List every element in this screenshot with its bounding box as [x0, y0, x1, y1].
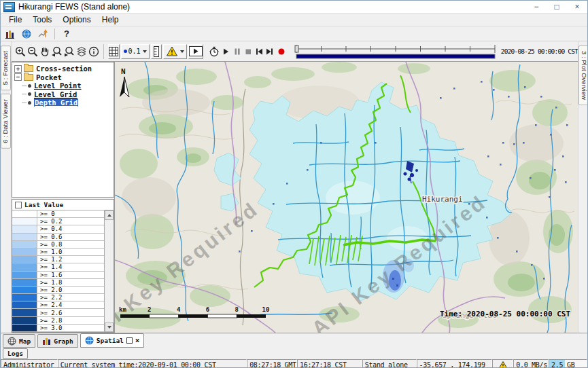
- north-label: N: [121, 67, 126, 76]
- tree-item-label: Level Point: [34, 81, 82, 90]
- zoom-in-icon[interactable]: [14, 43, 27, 60]
- legend-ruler-button[interactable]: [151, 44, 162, 59]
- tab-restore-icon[interactable]: [126, 337, 133, 344]
- menu-bar: File Tools Options Help: [1, 14, 587, 26]
- scale-tick: 8: [235, 306, 238, 313]
- tab-map[interactable]: Map: [3, 334, 35, 348]
- zoom-previous-icon[interactable]: [51, 43, 63, 60]
- menu-tools[interactable]: Tools: [27, 15, 57, 24]
- chart-export-icon[interactable]: [35, 27, 51, 41]
- scale-tick: 4: [177, 306, 181, 313]
- legend-swatch: [12, 279, 37, 286]
- legend-row: >= 2.2: [12, 294, 105, 301]
- legend-swatch: [12, 317, 37, 324]
- town-label: Hikurangi: [422, 195, 463, 204]
- time-slider[interactable]: [294, 43, 498, 60]
- logs-row: Logs: [1, 348, 587, 359]
- skip-to-end-icon[interactable]: [264, 43, 275, 60]
- stop-icon[interactable]: [243, 43, 254, 60]
- tab-graph[interactable]: Graph: [37, 334, 78, 348]
- legend-row-label: >= 0.6: [37, 234, 63, 240]
- bullet-icon: [28, 101, 31, 105]
- collapse-icon[interactable]: [14, 73, 22, 81]
- tab-forecast[interactable]: 5 : Forecast: [1, 45, 11, 90]
- legend-header: Last Value: [12, 200, 114, 210]
- legend-row: >= 1.6: [12, 272, 105, 279]
- legend-swatch: [12, 249, 37, 255]
- menu-help[interactable]: Help: [97, 15, 124, 24]
- map-viewport[interactable]: API Key Required API Key Required Hikura…: [115, 62, 578, 333]
- tree-item-cross-section[interactable]: Cross-section: [12, 65, 114, 73]
- legend-row: >= 2.0: [12, 287, 105, 294]
- tree-item-depth-grid[interactable]: Depth Grid: [12, 98, 114, 107]
- main-toolbar: ?: [1, 26, 587, 41]
- legend-row: >= 1.2: [12, 256, 105, 263]
- expand-icon[interactable]: [14, 65, 22, 73]
- chevron-down-icon: [180, 50, 184, 53]
- last-value-checkbox[interactable]: [15, 202, 22, 208]
- menu-file[interactable]: File: [3, 15, 27, 24]
- tab-plot-overview[interactable]: 3 : Plot Overview: [578, 45, 588, 105]
- zoom-next-icon[interactable]: [63, 43, 75, 60]
- info-icon[interactable]: [88, 43, 100, 60]
- globe-icon[interactable]: [18, 27, 35, 41]
- scroll-down-icon[interactable]: [105, 323, 114, 332]
- folder-icon: [24, 74, 33, 81]
- pause-icon[interactable]: [232, 43, 243, 60]
- contour-interval-dropdown[interactable]: 0.1: [121, 44, 150, 59]
- grid-display-button[interactable]: [108, 44, 120, 59]
- status-system-time: Current system time:2020-09-01 00:00 CST: [58, 359, 247, 368]
- tree-connector: [22, 103, 27, 103]
- legend-swatch: [12, 272, 37, 278]
- status-warning-cell[interactable]: [492, 359, 513, 368]
- status-memory: 2.5 GB: [549, 359, 587, 368]
- animation-button[interactable]: [188, 44, 203, 59]
- legend-row: >= 0: [12, 210, 105, 218]
- logs-button[interactable]: Logs: [3, 348, 28, 359]
- window-controls: − □ ×: [526, 1, 587, 13]
- map-globe-icon: [7, 337, 16, 346]
- skip-to-start-icon[interactable]: [254, 43, 264, 60]
- tree-connector: [22, 94, 27, 94]
- tree-item-level-grid[interactable]: Level Grid: [12, 90, 114, 99]
- legend-row-label: >= 1.0: [37, 249, 63, 255]
- legend-swatch: [12, 256, 37, 263]
- tree-item-level-point[interactable]: Level Point: [12, 81, 114, 90]
- center-column: 0.1: [12, 41, 578, 333]
- play-icon[interactable]: [220, 43, 231, 60]
- legend-row-label: >= 3.0: [37, 325, 63, 331]
- menu-options[interactable]: Options: [57, 15, 96, 24]
- scale-tick: 2: [148, 306, 151, 313]
- minimize-button[interactable]: −: [526, 1, 547, 13]
- maximize-button[interactable]: □: [547, 1, 567, 13]
- warning-dropdown[interactable]: [163, 44, 187, 59]
- tree-item-pocket[interactable]: Pocket: [12, 73, 114, 82]
- dot-icon: [124, 50, 127, 53]
- scroll-up-icon[interactable]: [105, 210, 114, 220]
- status-user: Administrator: [1, 359, 58, 368]
- timer-icon[interactable]: [208, 43, 220, 60]
- legend-swatch: [12, 234, 37, 240]
- tree-item-label: Level Grid: [34, 90, 77, 98]
- legend-row-label: >= 2.0: [37, 287, 63, 293]
- zoom-out-icon[interactable]: [27, 43, 39, 60]
- legend-row: >= 0.4: [12, 225, 105, 233]
- tab-spatial[interactable]: Spatial: [80, 333, 145, 348]
- tab-close-icon[interactable]: [135, 337, 140, 344]
- legend-row: >= 2.6: [12, 309, 105, 316]
- help-icon[interactable]: ?: [58, 27, 75, 41]
- legend-row-label: >= 0.2: [37, 218, 63, 225]
- database-icon[interactable]: [2, 27, 18, 41]
- close-button[interactable]: ×: [567, 1, 587, 13]
- record-icon[interactable]: [276, 43, 287, 60]
- mid-region: 5 : Forecast 6 : Data Viewer: [1, 41, 587, 333]
- tab-data-viewer[interactable]: 6 : Data Viewer: [1, 94, 11, 149]
- left-panel: Cross-section Pocket Level Point: [12, 62, 115, 333]
- status-coordinates: -35.657 , 174.199: [417, 359, 493, 368]
- pan-hand-icon[interactable]: [39, 43, 51, 60]
- layers-icon[interactable]: [75, 43, 88, 60]
- title-bar: Hikurangi FEWS (Stand alone) − □ ×: [1, 1, 587, 14]
- toolbar-separator: [103, 44, 104, 59]
- legend-rows: >= 0 >= 0.2 >= 0.4 >= 0.6 >= 0.8 >= 1.0 …: [12, 210, 105, 332]
- legend-scrollbar[interactable]: [104, 210, 114, 332]
